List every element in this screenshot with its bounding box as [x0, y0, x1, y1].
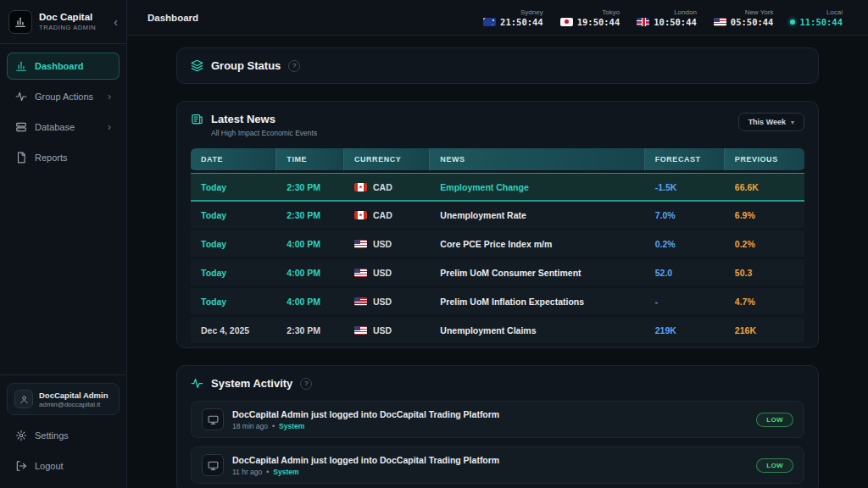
news-previous: 66.6K [725, 173, 804, 202]
system-activity-header: System Activity ? [177, 366, 818, 401]
group-status-help-badge[interactable]: ? [288, 60, 300, 72]
activity-item[interactable]: DocCapital Admin just logged into DocCap… [191, 446, 804, 484]
column-header-previous: PREVIOUS [725, 148, 804, 173]
activity-source-link[interactable]: System [279, 422, 304, 430]
news-row[interactable]: Dec 4, 20252:30 PMUSDUnemployment Claims… [191, 317, 804, 346]
clock-local: Local11:50:44 [790, 8, 843, 27]
brand-title: Doc Capital [39, 12, 96, 22]
avatar user-icon [14, 390, 33, 408]
column-header-date: DATE [191, 148, 276, 173]
clock-time: 21:50:44 [500, 17, 543, 27]
news-event: Unemployment Claims [430, 317, 644, 346]
news-time: 4:00 PM [276, 230, 344, 259]
logout-icon [15, 460, 27, 472]
news-date: Dec 4, 2025 [191, 346, 276, 348]
caret-down-icon: ▾ [791, 119, 794, 126]
clock-row: 05:50:44 [714, 17, 774, 27]
news-row[interactable]: Today2:30 PMCADEmployment Change-1.5K66.… [191, 173, 804, 202]
breadcrumb: Dashboard [147, 13, 198, 23]
sidebar-item-label: Settings [35, 430, 69, 441]
news-row[interactable]: Today4:00 PMUSDCore PCE Price Index m/m0… [191, 230, 804, 259]
brand-text: Doc Capital TRADING ADMIN [39, 12, 96, 31]
workflow-icon [15, 91, 27, 103]
user-name: DocCapital Admin [39, 391, 108, 400]
news-event[interactable]: Employment Change [430, 173, 644, 202]
sidebar-item-reports[interactable]: Reports [7, 144, 120, 171]
main-area: Dashboard Sydney21:50:44Tokyo19:50:44Lon… [127, 0, 868, 488]
sidebar-item-database[interactable]: Database› [7, 114, 120, 141]
clock-time: 05:50:44 [731, 17, 774, 27]
bar-chart-icon [14, 16, 26, 28]
news-forecast: 219K [645, 317, 725, 346]
news-previous: 50.3 [725, 259, 804, 288]
activity-meta: 11 hr ago•System [232, 468, 499, 476]
sidebar-item-label: Database [35, 122, 75, 132]
activity-icon [191, 377, 203, 390]
latest-news-title: Latest News [211, 113, 317, 125]
ca-flag-icon [354, 211, 367, 219]
activity-item[interactable]: DocCapital Admin just logged into DocCap… [191, 401, 804, 438]
brand: Doc Capital TRADING ADMIN ‹ [0, 0, 126, 44]
activity-icon [191, 377, 203, 390]
news-time: 2:30 PM [276, 202, 344, 230]
clock-row: 21:50:44 [483, 17, 543, 27]
clock-london: London10:50:44 [637, 8, 697, 27]
column-header-news: NEWS [430, 148, 644, 173]
clock-city: Sydney [520, 8, 543, 16]
news-row[interactable]: Today2:30 PMCADUnemployment Rate7.0%6.9% [191, 202, 804, 230]
sidebar-item-logout[interactable]: Logout [7, 452, 120, 480]
monitor-icon [202, 454, 224, 476]
clock-city: London [674, 8, 697, 16]
group-status-header: Group Status ? [177, 48, 818, 83]
latest-news-subtitle: All High Impact Economic Events [211, 129, 317, 137]
news-row[interactable]: Today4:00 PMUSDPrelim UoM Inflation Expe… [191, 288, 804, 317]
group-status-title: Group Status [211, 59, 281, 72]
user-icon [19, 395, 29, 404]
news-forecast: 7.0% [645, 202, 725, 230]
column-header-currency: CURRENCY [344, 148, 430, 173]
newspaper-icon [191, 113, 203, 125]
currency-code: CAD [373, 210, 392, 220]
news-date: Today [191, 202, 276, 230]
news-row[interactable]: Dec 4, 20254:00 PMUSDISM Services PMI53.… [191, 346, 804, 348]
user-card[interactable]: DocCapital Admin admin@doccapital.it [7, 383, 120, 415]
sidebar-item-group-actions[interactable]: Group Actions› [7, 83, 120, 110]
app-root: Doc Capital TRADING ADMIN ‹ DashboardGro… [0, 0, 868, 488]
sidebar-item-settings[interactable]: Settings [7, 422, 120, 449]
news-forecast: 53.0 [645, 346, 725, 348]
activity-list: DocCapital Admin just logged into DocCap… [177, 401, 818, 484]
group-status-card: Group Status ? [176, 47, 819, 84]
brand-logo-icon [8, 10, 32, 34]
system-activity-title: System Activity [211, 377, 292, 390]
database-icon [15, 121, 27, 133]
activity-source-link[interactable]: System [273, 468, 298, 476]
news-previous: 0.2% [725, 230, 804, 259]
currency-code: CAD [373, 182, 392, 192]
news-currency: USD [344, 230, 430, 259]
reports-icon [15, 152, 27, 164]
sidebar-item-label: Reports [35, 152, 68, 163]
week-filter-dropdown[interactable]: This Week ▾ [738, 113, 804, 131]
latest-news-card: Latest News All High Impact Economic Eve… [176, 101, 819, 348]
news-forecast: 0.2% [645, 230, 725, 259]
news-event: Prelim UoM Consumer Sentiment [430, 259, 644, 288]
sidebar-footer: DocCapital Admin admin@doccapital.it Set… [0, 374, 126, 488]
latest-news-header: Latest News All High Impact Economic Eve… [177, 102, 818, 148]
us-flag-icon [354, 269, 367, 277]
meta-separator: • [266, 468, 269, 476]
sidebar-collapse-button chevron-left-icon[interactable]: ‹ [114, 16, 118, 28]
system-activity-help-badge[interactable]: ? [300, 378, 312, 390]
content: Group Status ? Latest News All High Impa… [127, 36, 868, 488]
sidebar-item-dashboard[interactable]: Dashboard [7, 53, 120, 80]
au-flag-icon [483, 18, 496, 26]
news-event: Prelim UoM Inflation Expectations [430, 288, 644, 317]
news-row[interactable]: Today4:00 PMUSDPrelim UoM Consumer Senti… [191, 259, 804, 288]
activity-message: DocCapital Admin just logged into DocCap… [232, 409, 499, 419]
clock-city: Tokyo [602, 8, 620, 16]
activity-message: DocCapital Admin just logged into DocCap… [232, 455, 499, 465]
chevron-right-icon: › [108, 122, 111, 132]
jp-flag-icon [560, 18, 573, 26]
clock-city: Local [826, 8, 843, 16]
monitor-icon [208, 414, 219, 425]
activity-time: 11 hr ago [232, 468, 262, 476]
